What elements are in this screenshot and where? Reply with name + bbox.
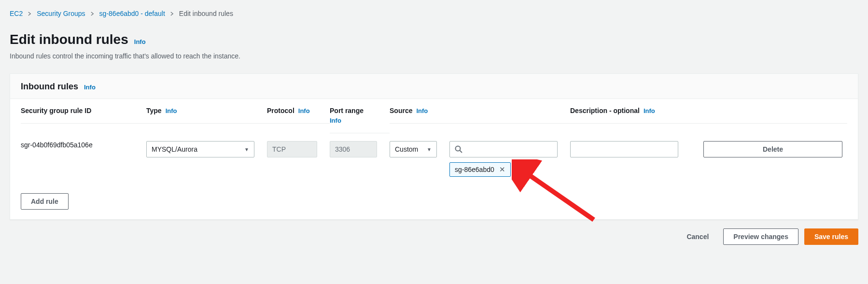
port-info-link[interactable]: Info [330,117,341,124]
page-title-info-link[interactable]: Info [134,38,146,45]
col-actions [691,103,847,124]
search-icon [455,145,462,153]
description-input[interactable] [570,141,678,157]
breadcrumb-sg[interactable]: sg-86e6abd0 - default [99,10,165,17]
chevron-right-icon [28,10,32,17]
breadcrumb-security-groups[interactable]: Security Groups [37,10,85,17]
breadcrumb-ec2[interactable]: EC2 [10,10,23,17]
breadcrumb: EC2 Security Groups sg-86e6abd0 - defaul… [10,10,858,17]
source-search-field[interactable] [466,145,552,153]
panel-title: Inbound rules [21,82,78,92]
protocol-field: TCP [267,141,317,157]
col-type: Type Info [146,103,267,124]
footer-actions: Cancel Preview changes Save rules [10,220,858,247]
page-title: Edit inbound rules [10,32,128,47]
caret-down-icon: ▼ [244,147,249,152]
source-search-input[interactable] [449,141,558,157]
source-info-link[interactable]: Info [416,107,428,114]
col-source-value [449,103,570,124]
description-info-link[interactable]: Info [644,107,655,114]
preview-changes-button[interactable]: Preview changes [723,228,798,245]
rule-id: sgr-04b0f69dfb05a106e [21,141,141,149]
panel-info-link[interactable]: Info [84,84,96,91]
source-tag-label: sg-86e6abd0 [455,166,494,173]
col-port-range: Port range Info [330,103,390,133]
col-protocol: Protocol Info [267,103,330,124]
port-range-field: 3306 [330,141,377,157]
inbound-rules-panel: Inbound rules Info Security group rule I… [10,73,858,220]
type-info-link[interactable]: Info [166,107,177,114]
protocol-info-link[interactable]: Info [298,107,310,114]
caret-down-icon: ▼ [427,147,432,152]
save-rules-button[interactable]: Save rules [804,228,858,245]
breadcrumb-current: Edit inbound rules [179,10,233,17]
col-source: Source Info [390,103,449,124]
source-mode-select[interactable]: Custom ▼ [390,141,437,157]
close-icon[interactable]: ✕ [499,165,505,174]
delete-rule-button[interactable]: Delete [703,141,842,157]
chevron-right-icon [170,10,174,17]
type-select[interactable]: MYSQL/Aurora ▼ [146,141,254,157]
svg-line-1 [460,151,462,153]
page-description: Inbound rules control the incoming traff… [10,52,858,60]
col-sg-rule-id: Security group rule ID [21,103,146,124]
source-tag[interactable]: sg-86e6abd0 ✕ [449,162,511,177]
chevron-right-icon [90,10,95,17]
add-rule-button[interactable]: Add rule [21,193,69,210]
col-description: Description - optional Info [570,103,691,124]
cancel-button[interactable]: Cancel [678,228,717,245]
svg-point-0 [456,146,461,151]
